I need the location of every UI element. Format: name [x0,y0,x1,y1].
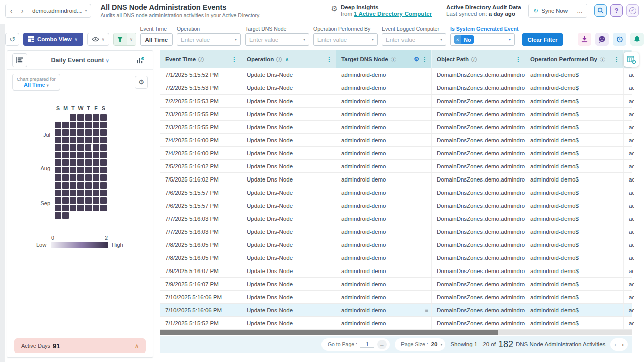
filter-select[interactable]: Enter value▾ [382,33,446,46]
heatmap-cell[interactable] [100,197,107,204]
heatmap-cell[interactable] [85,197,92,204]
heatmap-cell[interactable] [69,136,77,144]
heatmap-cell[interactable] [54,189,62,197]
heatmap-cell[interactable] [77,197,85,204]
column-header-target-dns-node[interactable]: Target DNS Nodei⚙⋮ [336,50,432,68]
filter-chip[interactable]: ×No [454,35,474,44]
heatmap-cell[interactable] [92,189,100,197]
column-header-operation[interactable]: Operationi∧⋮ [242,50,336,68]
table-row[interactable]: 7/6/2025 5:15:57 PMUpdate Dns-Nodeadmind… [160,199,632,212]
heatmap-cell[interactable] [92,121,100,129]
table-row[interactable]: 7/3/2025 5:15:55 PMUpdate Dns-Nodeadmind… [160,108,632,121]
heatmap-cell[interactable] [62,166,69,174]
heatmap-cell[interactable] [69,129,77,136]
alerts-button[interactable] [630,33,644,46]
table-row[interactable]: 7/10/2025 5:16:06 PMUpdate Dns-Nodeadmin… [160,304,632,317]
heatmap-cell[interactable] [69,166,77,174]
collapsed-nav-strip[interactable] [0,24,5,362]
filter-button[interactable] [114,33,127,45]
table-row[interactable]: 7/1/2025 5:15:52 PMUpdate Dns-Nodeadmind… [160,317,632,330]
heatmap-cell[interactable] [54,197,62,204]
heatmap-cell[interactable] [62,189,69,197]
heatmap-cell[interactable] [92,174,100,182]
heatmap-cell[interactable] [85,174,92,182]
heatmap-cell[interactable] [100,144,107,151]
heatmap-cell[interactable] [54,136,62,144]
goto-page-button[interactable]: ← [377,340,387,349]
heatmap-cell[interactable] [77,159,85,166]
heatmap-cell[interactable] [100,166,107,174]
heatmap-cell[interactable] [100,182,107,189]
heatmap-cell[interactable] [100,189,107,197]
heatmap-cell[interactable] [100,151,107,159]
scrollbar-thumb[interactable] [160,330,498,335]
heatmap-cell[interactable] [85,151,92,159]
heatmap-cell[interactable] [77,114,85,121]
horizontal-scrollbar[interactable] [160,330,632,335]
table-row[interactable]: 7/5/2025 5:16:02 PMUpdate Dns-Nodeadmind… [160,160,632,173]
table-row[interactable]: 7/2/2025 5:15:53 PMUpdate Dns-Nodeadmind… [160,81,632,95]
heatmap-cell[interactable] [69,159,77,166]
heatmap-cell[interactable] [54,174,62,182]
chart-type-button[interactable] [133,53,148,67]
table-row[interactable]: 7/6/2025 5:15:57 PMUpdate Dns-Nodeadmind… [160,186,632,199]
heatmap-cell[interactable] [62,174,69,182]
heatmap-cell[interactable] [85,189,92,197]
heatmap-cell[interactable] [69,174,77,182]
reset-view-button[interactable]: ↺ [5,33,19,46]
table-row[interactable]: 7/7/2025 5:16:03 PMUpdate Dns-Nodeadmind… [160,212,632,225]
heatmap-cell[interactable] [85,129,92,136]
column-gear-icon[interactable]: ⚙ [414,56,419,63]
view-selector-button[interactable]: Combo View ∨ [23,33,83,46]
heatmap-cell[interactable] [77,136,85,144]
heatmap-cell[interactable] [54,182,62,189]
heatmap-cell[interactable] [54,121,62,129]
filter-select[interactable]: Enter value▾ [245,33,309,46]
chart-list-button[interactable] [12,53,27,67]
back-button[interactable]: ‹ [6,4,17,18]
workspace-selector[interactable]: demo.admindroid... ▾ [28,4,91,18]
column-visibility-button[interactable]: ∨ [87,33,109,46]
heatmap-cell[interactable] [69,151,77,159]
feedback-button[interactable] [595,33,609,46]
heatmap-cell[interactable] [62,144,69,151]
table-row[interactable]: 7/9/2025 5:16:07 PMUpdate Dns-Nodeadmind… [160,278,632,291]
heatmap-cell[interactable] [54,159,62,166]
table-row[interactable]: 7/4/2025 5:16:00 PMUpdate Dns-Nodeadmind… [160,134,632,147]
table-row[interactable]: 7/7/2025 5:16:03 PMUpdate Dns-Nodeadmind… [160,225,632,238]
chip-remove-icon[interactable]: × [454,35,461,44]
more-options-button[interactable]: … [573,4,587,17]
column-header-object-path[interactable]: Object Pathi⋮ [432,50,525,68]
filter-value-box[interactable]: All Time [140,33,173,46]
heatmap-cell[interactable] [77,121,85,129]
heatmap-cell[interactable] [92,151,100,159]
heatmap-cell[interactable] [85,166,92,174]
table-row[interactable]: 7/8/2025 5:16:05 PMUpdate Dns-Nodeadmind… [160,251,632,264]
heatmap-cell[interactable] [92,182,100,189]
heatmap-cell[interactable] [62,204,69,212]
heatmap-cell[interactable] [62,182,69,189]
drag-handle-icon[interactable]: ≡ [425,307,428,314]
heatmap-cell[interactable] [54,144,62,151]
prev-page-button[interactable]: ‹ [614,341,616,348]
page-size-selector[interactable]: Page Size : 20 ▾ [395,338,446,351]
heatmap-cell[interactable] [92,166,100,174]
heatmap-cell[interactable] [100,159,107,166]
heatmap-cell[interactable] [62,136,69,144]
chart-title-selector[interactable]: Daily Event count ∨ [27,57,133,64]
heatmap-cell[interactable] [54,204,62,212]
heatmap-cell[interactable] [77,204,85,212]
export-button[interactable] [578,33,591,46]
heatmap-cell[interactable] [69,114,77,121]
global-search-button[interactable] [594,4,607,17]
next-page-button[interactable]: › [622,341,624,348]
deep-insights-link[interactable]: 1 Active Directory Computer [354,11,432,17]
heatmap-cell[interactable] [62,197,69,204]
heatmap-cell[interactable] [69,204,77,212]
sync-now-button[interactable]: ↻ Sync Now [529,4,573,17]
heatmap-cell[interactable] [100,204,107,212]
table-row[interactable]: 7/9/2025 5:16:07 PMUpdate Dns-Nodeadmind… [160,264,632,278]
table-row[interactable]: 7/10/2025 5:16:06 PMUpdate Dns-Nodeadmin… [160,291,632,304]
table-row[interactable]: 7/4/2025 5:16:00 PMUpdate Dns-Nodeadmind… [160,147,632,160]
heatmap-cell[interactable] [77,182,85,189]
